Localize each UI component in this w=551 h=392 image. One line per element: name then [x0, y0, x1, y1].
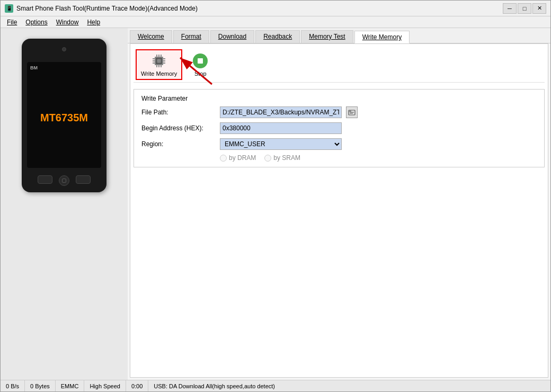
region-label: Region: [141, 140, 216, 148]
main-content: BM MT6735M Welcome Format Downloa [1, 28, 550, 380]
stop-button[interactable]: Stop [186, 49, 214, 80]
menu-file[interactable]: File [3, 17, 21, 27]
svg-rect-13 [161, 65, 162, 67]
svg-rect-10 [161, 55, 162, 57]
app-icon: 📱 [5, 4, 13, 13]
file-path-input[interactable] [220, 106, 342, 118]
tab-readback[interactable]: Readback [255, 30, 300, 43]
write-memory-icon [150, 52, 167, 69]
svg-rect-7 [163, 63, 165, 64]
radio-sram[interactable] [264, 155, 271, 162]
status-mode: USB: DA Download All(high speed,auto det… [148, 380, 550, 391]
left-panel: BM MT6735M [1, 28, 128, 380]
tab-bar: Welcome Format Download Readback Memory … [128, 28, 550, 43]
status-bytes: 0 Bytes [25, 380, 56, 391]
phone-bottom-buttons [26, 175, 102, 187]
radio-dram[interactable] [220, 155, 227, 162]
tab-write-memory[interactable]: Write Memory [354, 31, 410, 43]
write-memory-button[interactable]: Write Memory [136, 49, 182, 80]
region-select[interactable]: EMMC_USER [220, 138, 342, 150]
radio-group: by DRAM by SRAM [220, 154, 537, 162]
svg-rect-11 [156, 65, 157, 67]
svg-rect-2 [153, 58, 155, 59]
svg-rect-5 [163, 58, 165, 59]
phone-menu-button [76, 175, 91, 184]
menu-window[interactable]: Window [52, 17, 83, 27]
right-panel: Welcome Format Download Readback Memory … [128, 28, 550, 380]
begin-address-input[interactable] [220, 122, 342, 134]
phone-screen: BM MT6735M [27, 62, 101, 168]
write-memory-button-label: Write Memory [141, 70, 177, 77]
minimize-button[interactable]: ─ [503, 3, 517, 14]
browse-button[interactable] [346, 106, 358, 118]
phone-back-button [38, 175, 52, 184]
tab-memory-test[interactable]: Memory Test [301, 30, 353, 43]
svg-rect-9 [158, 55, 159, 57]
window-title: Smart Phone Flash Tool(Runtime Trace Mod… [16, 5, 503, 12]
phone-model-label: MT6735M [40, 112, 88, 124]
param-section: Write Parameter File Path: [134, 89, 545, 167]
radio-sram-label[interactable]: by SRAM [264, 154, 300, 162]
status-storage: EMMC [56, 380, 85, 391]
param-section-title: Write Parameter [141, 95, 537, 102]
menu-options[interactable]: Options [21, 17, 51, 27]
content-area: Write Memory Stop [130, 43, 548, 378]
phone-home-button [59, 175, 69, 186]
svg-rect-12 [158, 65, 159, 67]
window-controls: ─ □ ✕ [503, 3, 546, 14]
status-speed: 0 B/s [1, 380, 25, 391]
phone-top [26, 44, 102, 55]
region-row: Region: EMMC_USER [141, 138, 537, 150]
file-path-label: File Path: [141, 109, 216, 116]
empty-space [134, 170, 545, 374]
status-time: 0:00 [126, 380, 148, 391]
toolbar-wrapper: Write Memory Stop [134, 47, 545, 87]
file-path-row: File Path: [141, 106, 537, 118]
svg-rect-8 [156, 55, 157, 57]
phone-graphic: BM MT6735M [22, 39, 106, 192]
main-window: 📱 Smart Phone Flash Tool(Runtime Trace M… [0, 0, 551, 392]
tab-download[interactable]: Download [210, 30, 254, 43]
status-connection: High Speed [84, 380, 126, 391]
radio-dram-label[interactable]: by DRAM [220, 154, 256, 162]
svg-rect-20 [349, 110, 351, 112]
menu-help[interactable]: Help [83, 17, 104, 27]
stop-button-label: Stop [194, 70, 207, 77]
title-bar: 📱 Smart Phone Flash Tool(Runtime Trace M… [1, 1, 550, 16]
maximize-button[interactable]: □ [518, 3, 531, 14]
phone-camera [62, 47, 66, 51]
begin-address-row: Begin Address (HEX): [141, 122, 537, 134]
stop-icon [192, 52, 209, 69]
svg-rect-6 [163, 60, 165, 61]
status-bar: 0 B/s 0 Bytes EMMC High Speed 0:00 USB: … [1, 380, 550, 391]
close-button[interactable]: ✕ [532, 3, 546, 14]
menu-bar: File Options Window Help [1, 16, 550, 28]
begin-address-label: Begin Address (HEX): [141, 124, 216, 132]
phone-bm-label: BM [30, 65, 38, 70]
tab-welcome[interactable]: Welcome [130, 30, 172, 43]
svg-rect-3 [153, 60, 155, 61]
tab-format[interactable]: Format [173, 30, 209, 43]
svg-rect-4 [153, 63, 155, 64]
toolbar: Write Memory Stop [134, 47, 545, 83]
